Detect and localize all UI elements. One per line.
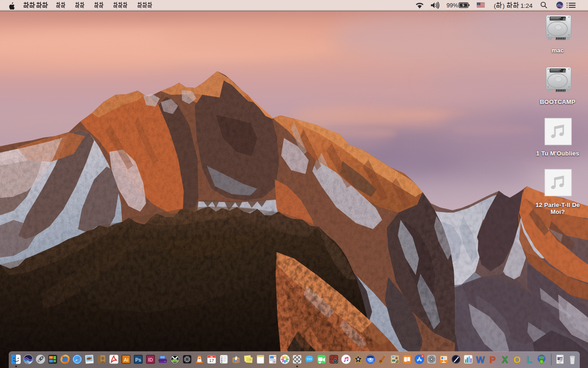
svg-text:6월: 6월 — [210, 356, 213, 358]
svg-text:17: 17 — [209, 358, 214, 363]
svg-text:1:24: 1:24 — [520, 2, 533, 9]
svg-text:O: O — [514, 355, 521, 365]
svg-text:99%: 99% — [447, 2, 458, 9]
svg-text:ID: ID — [148, 357, 153, 362]
svg-text:): ) — [503, 2, 505, 9]
svg-text:(: ( — [494, 2, 496, 9]
svg-text:Ps: Ps — [136, 357, 141, 362]
svg-text:L: L — [526, 355, 532, 365]
svg-text:4: 4 — [422, 355, 423, 357]
svg-text:IMG: IMG — [559, 362, 561, 364]
svg-text:Ai: Ai — [124, 357, 129, 362]
svg-text:X: X — [502, 355, 508, 365]
svg-text:W: W — [476, 355, 485, 365]
svg-text:P: P — [490, 355, 496, 365]
